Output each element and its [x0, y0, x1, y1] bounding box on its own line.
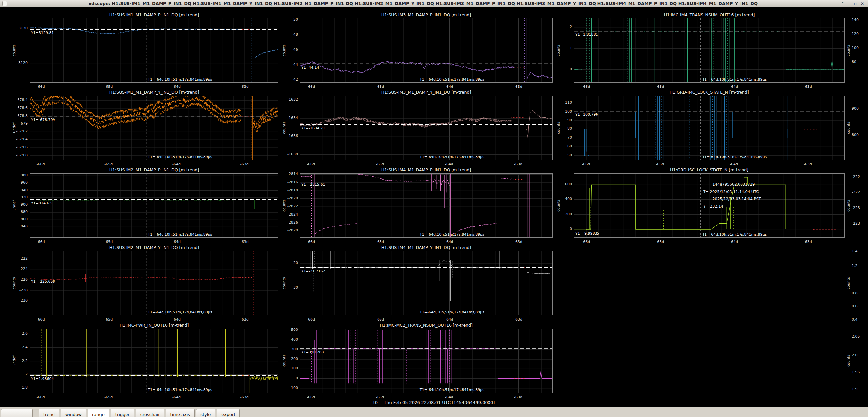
y-tick-label: 400 [284, 338, 298, 342]
y-tick-label: -678.6 [14, 106, 28, 110]
y-tick-label: -1634 [284, 116, 298, 120]
x-tick-label: -66d [582, 240, 590, 244]
y-tick-label: 500 [284, 327, 298, 332]
plot-area-imc-pwr-in-out16[interactable]: Y1=1.98604T1=-64d,10h,51m,17s,841ms,89µs [30, 328, 278, 393]
y-tick-label: -679.8 [14, 153, 28, 157]
t1-cursor-label: T1=-64d,10h,51m,17s,841ms,89µs [148, 77, 212, 82]
x-tick-label: -64d [730, 162, 738, 166]
y-tick-label: 46 [284, 47, 298, 52]
plot-title: H1:SUS-IM3_M1_DAMP_P_IN1_DQ [m-trend] [300, 12, 553, 17]
y-tick-label: -100 [284, 386, 298, 390]
x-tick-label: -63d [241, 395, 249, 399]
window-control[interactable]: ⌃ [841, 1, 844, 6]
t1-cursor-label: T1=-64d,10h,51m,17s,841ms,89µs [148, 155, 212, 159]
toolbar-channel-button[interactable] [1, 409, 33, 417]
x-tick-label: -63d [241, 85, 249, 89]
toolbar-button-crosshair[interactable]: crosshair [136, 409, 164, 417]
toolbar-button-range[interactable]: range [88, 409, 109, 417]
plot-cell-sus-im4-m1-damp-p-in1-dq: H1:SUS-IM4_M1_DAMP_P_IN1_DQ [m-trend]cou… [279, 167, 554, 244]
clipped-plot-column-row-4: counts1.41.20.80.60.4 [845, 244, 868, 322]
x-tick-label: -64d [445, 162, 453, 166]
y-tick-label: -1638 [284, 152, 298, 156]
y-tick-label: -679.4 [14, 137, 28, 141]
window-titlebar: ndscope: H1:SUS-IM1_M1_DAMP_P_IN1_DQ H1:… [0, 0, 868, 7]
window-control[interactable]: ✕ [861, 1, 864, 6]
y1-cursor-label: Y1=3129.81 [31, 31, 54, 35]
y1-cursor-label: Y1=914.63 [31, 201, 51, 205]
plot-cell-imc-im4-trans-nsum-out16: H1:IMC-IM4_TRANS_NSUM_OUT16 [m-trend]cou… [554, 11, 845, 89]
plot-title: H1:SUS-IM2_M1_DAMP_Y_IN1_DQ [m-trend] [30, 245, 278, 250]
y-tick-label: 120 [852, 32, 859, 36]
plot-cell-imc-pwr-in-out16: H1:IMC-PWR_IN_OUT16 [m-trend]undefY1=1.9… [0, 322, 279, 399]
x-tick-label: -66d [36, 85, 44, 89]
plot-area-sus-im3-m1-damp-y-in1-dq[interactable]: Y1=-1634.71T1=-64d,10h,51m,17s,841ms,89µ… [300, 96, 553, 160]
y-tick-label: 860 [14, 217, 28, 221]
x-tick-label: -66d [582, 85, 590, 89]
y-tick-label: 600 [558, 182, 572, 186]
y-tick-label: 100 [558, 109, 572, 114]
window-controls: ⌃–▫✕ [841, 1, 864, 6]
y-tick-label: 200 [284, 357, 298, 361]
plot-area-grd-isc-lock-state-n[interactable]: Y1=-9.99835T1=-64d,10h,51m,17s,841ms,89µ… [574, 173, 844, 238]
toolbar-button-time-axis[interactable]: time axis [166, 409, 195, 417]
y-tick-label: 1 [558, 46, 572, 50]
y-tick-label: -30 [284, 285, 298, 290]
plot-area-sus-im2-m1-damp-y-in1-dq[interactable]: Y1=-225.658T1=-64d,10h,51m,17s,841ms,89µ… [30, 251, 278, 315]
plot-cell-sus-im2-m1-damp-p-in1-dq: H1:SUS-IM2_M1_DAMP_P_IN1_DQ [m-trend]und… [0, 167, 279, 244]
y-tick-label: 2 [14, 372, 28, 376]
y-tick-label: -223 [852, 221, 860, 225]
x-tick-label: -65d [376, 395, 384, 399]
y-tick-label: -222 [14, 256, 28, 260]
plot-area-imc-mc2-trans-nsum-out16[interactable]: Y1=310.283T1=-64d,10h,51m,17s,841ms,89µs [300, 328, 553, 393]
y-axis-label: counts [281, 96, 287, 160]
y-axis-label: counts [846, 167, 850, 244]
y-tick-label: -679.2 [14, 129, 28, 133]
plot-area-sus-im1-m1-damp-y-in1-dq[interactable]: Y1=-678.799T1=-64d,10h,51m,17s,841ms,89µ… [30, 96, 278, 160]
y-tick-label: 1.8 [14, 385, 28, 390]
plot-cell-imc-mc2-trans-nsum-out16: H1:IMC-MC2_TRANS_NSUM_OUT16 [m-trend]cou… [279, 322, 554, 399]
plot-area-sus-im1-m1-damp-p-in1-dq[interactable]: Y1=3129.81T1=-64d,10h,51m,17s,841ms,89µs [30, 18, 278, 83]
plot-area-sus-im4-m1-damp-y-in1-dq[interactable]: Y1=-21.7162T1=-64d,10h,51m,17s,841ms,89µ… [300, 251, 553, 315]
x-tick-label: -65d [656, 162, 664, 166]
y-tick-label: -2826 [284, 220, 298, 225]
window-control[interactable]: ▫ [854, 1, 857, 6]
plot-area-sus-im3-m1-damp-p-in1-dq[interactable]: Y1=44.14T1=-64d,10h,51m,17s,841ms,89µs [300, 18, 553, 83]
t1-cursor-label: T1=-64d,10h,51m,17s,841ms,89µs [148, 310, 212, 314]
x-tick-label: -66d [36, 395, 44, 399]
y-tick-label: 2.4 [14, 345, 28, 349]
plot-area-grd-imc-lock-state-n[interactable]: Y1=100.796T1=-64d,10h,51m,17s,841ms,89µs [574, 96, 844, 160]
plot-title: H1:IMC-PWR_IN_OUT16 [m-trend] [30, 323, 278, 327]
x-tick-label: -65d [104, 85, 113, 89]
plot-cell-sus-im2-m1-damp-y-in1-dq: H1:SUS-IM2_M1_DAMP_Y_IN1_DQ [m-trend]cou… [0, 244, 279, 322]
x-tick-label: -66d [307, 240, 315, 244]
y-tick-label: -223 [852, 206, 860, 210]
plot-area-sus-im4-m1-damp-p-in1-dq[interactable]: Y1=-2815.61T1=-64d,10h,51m,17s,841ms,89µ… [300, 173, 553, 238]
window-control[interactable]: – [848, 1, 850, 6]
clipped-plot-column-row-1: counts14012010080 [845, 11, 868, 89]
toolbar-button-export[interactable]: export [217, 409, 240, 417]
y-tick-label: 44 [284, 62, 298, 67]
plot-area-imc-im4-trans-nsum-out16[interactable]: Y1=1.81881T1=-64d,10h,51m,17s,841ms,89µs [574, 18, 844, 83]
x-tick-label: -64d [445, 85, 453, 89]
plot-area-sus-im2-m1-damp-p-in1-dq[interactable]: Y1=914.63T1=-64d,10h,51m,17s,841ms,89µs [30, 173, 278, 238]
y-tick-label: 1.9 [852, 387, 858, 391]
y-tick-label: 920 [14, 195, 28, 199]
y-tick-label: 300 [284, 347, 298, 351]
y-tick-label: 0.4 [852, 317, 858, 322]
y-tick-label: -226 [14, 277, 28, 282]
x-tick-label: -64d [445, 240, 453, 244]
t1-cursor-label: T1=-64d,10h,51m,17s,841ms,89µs [148, 232, 212, 237]
toolbar-button-trend[interactable]: trend [39, 409, 59, 417]
y-tick-label: 48 [284, 32, 298, 37]
t1-cursor-label: T1=-64d,10h,51m,17s,841ms,89µs [420, 310, 484, 314]
toolbar-button-style[interactable]: style [196, 409, 215, 417]
t1-cursor-label: T1=-64d,10h,51m,17s,841ms,89µs [702, 232, 767, 237]
toolbar-button-trigger[interactable]: trigger [111, 409, 134, 417]
plot-title: H1:SUS-IM1_M1_DAMP_Y_IN1_DQ [m-trend] [30, 90, 278, 95]
toolbar-button-window[interactable]: window [61, 409, 86, 417]
x-tick-label: -65d [656, 85, 664, 89]
y-tick-label: -679.6 [14, 145, 28, 149]
t1-cursor-label: T1=-64d,10h,51m,17s,841ms,89µs [148, 388, 212, 392]
y-tick-label: -2814 [284, 172, 298, 176]
plot-cell-sus-im3-m1-damp-y-in1-dq: H1:SUS-IM3_M1_DAMP_Y_IN1_DQ [m-trend]cou… [279, 89, 554, 167]
